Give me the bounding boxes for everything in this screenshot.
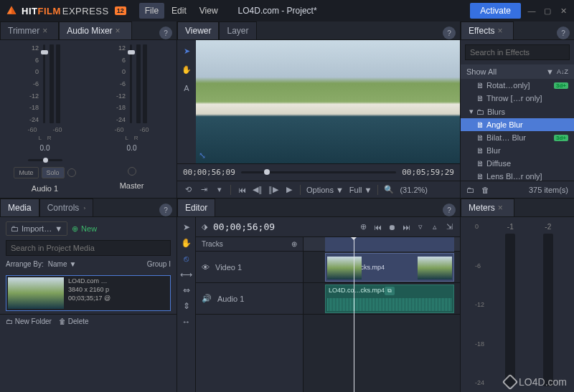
effect-item[interactable]: 🗎Diffuse: [461, 157, 574, 170]
options-dropdown[interactable]: Options▼: [306, 186, 344, 194]
arrange-dropdown[interactable]: Name▼: [48, 260, 77, 268]
marker-add-icon[interactable]: ▿: [415, 222, 425, 232]
skip-next-icon[interactable]: ⏭: [401, 222, 411, 232]
quality-dropdown[interactable]: Full▼: [349, 186, 372, 194]
slice-tool-icon[interactable]: ⎋: [180, 253, 193, 264]
loop-icon[interactable]: ⟲: [183, 185, 193, 195]
tab-viewer[interactable]: Viewer: [177, 21, 219, 39]
menu-view[interactable]: View: [194, 3, 224, 19]
folder-icon[interactable]: 🗀: [466, 186, 474, 194]
effect-item[interactable]: 🗎Rotat…only]3d+: [461, 79, 574, 92]
maximize-icon[interactable]: ▢: [542, 6, 552, 16]
audio-clip[interactable]: LO4D.co…cks.mp4⧉: [325, 285, 454, 313]
media-clip[interactable]: LO4D.com … 3840 x 2160 p 00;03;35;17 @: [6, 275, 171, 311]
help-icon[interactable]: ?: [557, 27, 570, 39]
text-tool-icon[interactable]: A: [180, 82, 193, 95]
effect-item[interactable]: 🗎Blur: [461, 144, 574, 157]
zoom-icon[interactable]: 🔍: [384, 185, 394, 195]
trash-icon[interactable]: 🗑: [481, 186, 489, 194]
import-button[interactable]: 🗀Import…▼: [6, 221, 67, 236]
effect-item[interactable]: 🗎Lens Bl…r only]: [461, 170, 574, 181]
hand-tool-icon[interactable]: ✋: [180, 63, 193, 76]
solo-button[interactable]: Solo: [42, 167, 65, 178]
channel-options-icon[interactable]: [67, 168, 76, 177]
effect-item[interactable]: 🗎Throw […r only]: [461, 92, 574, 105]
select-tool-icon[interactable]: ➤: [180, 221, 193, 233]
track-video1[interactable]: 👁Video 1: [196, 252, 303, 283]
zoom-value[interactable]: (31.2%): [400, 186, 428, 194]
marker-icon[interactable]: ⬗: [202, 222, 207, 231]
visibility-icon[interactable]: 👁: [202, 263, 210, 272]
effect-folder[interactable]: ▾🗀Blurs: [461, 105, 574, 118]
playback-slider[interactable]: [241, 171, 396, 173]
prev-frame-icon[interactable]: ◀‖: [253, 185, 263, 195]
channel-options-icon[interactable]: [128, 167, 136, 176]
timeline-area[interactable]: LO4D.co…cks.mp4⧉ LO4D.co…cks.mp4⧉: [304, 237, 460, 392]
settings-icon[interactable]: ▾: [215, 185, 225, 195]
snap-tool-icon[interactable]: ⟷: [180, 269, 193, 280]
new-folder-button[interactable]: 🗀 New Folder: [6, 317, 52, 325]
go-start-icon[interactable]: ⏮: [237, 185, 247, 195]
playhead[interactable]: [354, 237, 354, 392]
export-icon[interactable]: ⇲: [444, 222, 454, 232]
delete-button[interactable]: 🗑 Delete: [59, 317, 89, 325]
help-icon[interactable]: ?: [159, 204, 172, 216]
play-icon[interactable]: ▶: [284, 185, 294, 195]
slip-tool-icon[interactable]: ↔: [180, 316, 193, 328]
menu-file[interactable]: File: [139, 3, 164, 19]
tab-media[interactable]: Media: [0, 199, 39, 216]
close-tab-icon[interactable]: ×: [42, 26, 51, 36]
activate-button[interactable]: Activate: [470, 3, 521, 19]
audio-icon[interactable]: 🔊: [202, 294, 212, 303]
effect-item[interactable]: 🗎Bilat… Blur3d+: [461, 131, 574, 144]
effects-search-input[interactable]: [465, 44, 570, 60]
timeline-ruler[interactable]: [304, 237, 460, 252]
help-icon[interactable]: ?: [443, 27, 456, 39]
effect-item-selected[interactable]: 🗎Angle Blur: [461, 118, 574, 131]
ripple-tool-icon[interactable]: ⇔: [180, 285, 193, 296]
marker-del-icon[interactable]: ▵: [430, 222, 440, 232]
volume-slider[interactable]: [130, 44, 132, 123]
record-icon[interactable]: ⏺: [387, 222, 397, 232]
add-track-icon[interactable]: ⊕: [291, 240, 297, 248]
new-button[interactable]: ⊕New: [72, 224, 97, 234]
folder-icon: 🗀: [476, 107, 484, 116]
resize-handle-icon[interactable]: ⤡: [199, 150, 206, 161]
video-clip[interactable]: LO4D.co…cks.mp4⧉: [325, 253, 454, 282]
menu-edit[interactable]: Edit: [166, 3, 192, 19]
volume-slider[interactable]: [43, 44, 45, 123]
tab-effects[interactable]: Effects×: [461, 21, 514, 39]
level-meter-r: [143, 44, 147, 123]
help-icon[interactable]: ?: [443, 204, 456, 216]
mute-button[interactable]: Mute: [14, 167, 38, 178]
tab-editor[interactable]: Editor: [177, 199, 215, 216]
skip-prev-icon[interactable]: ⏮: [372, 222, 382, 232]
tab-trimmer[interactable]: Trimmer×: [0, 21, 59, 39]
out-icon[interactable]: ⇥: [199, 185, 209, 195]
minimize-icon[interactable]: —: [527, 6, 537, 16]
media-search-input[interactable]: [6, 240, 171, 256]
timeline-timecode[interactable]: 00;00;56;09: [213, 221, 275, 232]
next-frame-icon[interactable]: ‖▶: [268, 185, 278, 195]
help-icon[interactable]: ?: [159, 27, 172, 39]
close-tab-icon[interactable]: ×: [116, 26, 124, 36]
select-tool-icon[interactable]: ➤: [180, 44, 193, 57]
rate-tool-icon[interactable]: ⇕: [180, 300, 193, 312]
close-tab-icon[interactable]: ×: [497, 26, 506, 36]
effects-filter-dropdown[interactable]: Show All▼A↓Z: [461, 64, 574, 79]
tab-layer[interactable]: Layer: [219, 21, 256, 39]
close-tab-icon[interactable]: ×: [498, 203, 507, 213]
tab-controls[interactable]: Controls›: [39, 199, 93, 216]
group-label[interactable]: Group I: [147, 260, 171, 268]
timecode-current[interactable]: 00;00;56;09: [183, 168, 235, 177]
audio-mixer-panel: Trimmer× Audio Mixer× ? 1260-6-12-18-24 …: [0, 21, 177, 199]
link-icon[interactable]: ⧉: [385, 287, 395, 295]
tab-meters[interactable]: Meters×: [461, 199, 514, 216]
track-audio1[interactable]: 🔊Audio 1: [196, 283, 303, 315]
viewport[interactable]: ⤡: [196, 40, 460, 163]
pan-slider[interactable]: [28, 159, 62, 161]
hand-tool-icon[interactable]: ✋: [180, 237, 193, 249]
insert-icon[interactable]: ⊕: [358, 222, 368, 232]
tab-audio-mixer[interactable]: Audio Mixer×: [59, 21, 131, 39]
close-icon[interactable]: ✕: [558, 6, 568, 16]
